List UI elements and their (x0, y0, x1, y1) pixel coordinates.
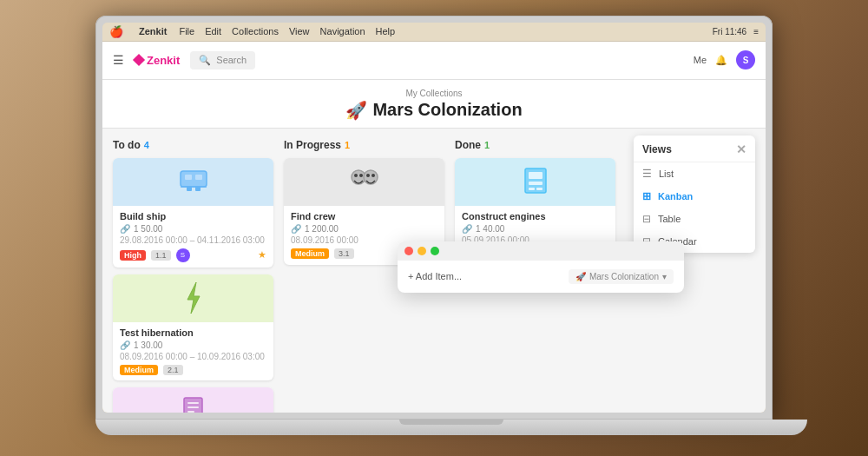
list-view-icon: ☰ (642, 168, 652, 180)
menubar-items: File Edit Collections View Navigation He… (179, 26, 395, 36)
column-count-todo: 4 (144, 140, 149, 150)
menubar-help[interactable]: Help (376, 26, 396, 36)
card-avatar-build-ship: S (176, 248, 190, 262)
star-icon-build-ship: ★ (258, 249, 266, 261)
menubar-clock: Fri 11:46 (713, 27, 746, 36)
badge-medium-test-hibernation: Medium (120, 365, 158, 375)
kanban-view-icon: ⊞ (642, 190, 651, 202)
menubar-view[interactable]: View (289, 26, 310, 36)
macos-menubar: 🍎 Zenkit File Edit Collections View Navi… (102, 23, 766, 42)
toolbar-right: Me 🔔 S (694, 50, 755, 69)
views-panel: Views ✕ ☰ List ⊞ Kanban ⊟ (634, 135, 755, 253)
views-panel-header: Views ✕ (634, 135, 755, 162)
notification-icon[interactable]: 🔔 (715, 55, 727, 66)
card-build-ship[interactable]: Build ship 🔗1 50.00 29.08.2016 00:00 – 0… (113, 158, 273, 268)
table-view-icon: ⊟ (642, 213, 651, 225)
card-footer-build-ship: High 1.1 S ★ (120, 248, 266, 262)
search-icon: 🔍 (199, 55, 211, 66)
menubar-app-name: Zenkit (139, 26, 167, 36)
svg-rect-1 (185, 175, 192, 180)
views-label-table: Table (658, 214, 681, 224)
views-item-table[interactable]: ⊟ Table (634, 208, 755, 230)
card-title-test-hibernation: Test hibernation (120, 327, 266, 338)
menubar-edit[interactable]: Edit (205, 26, 221, 36)
menubar-collections[interactable]: Collections (232, 26, 279, 36)
views-panel-close-button[interactable]: ✕ (736, 142, 746, 156)
svg-rect-10 (187, 411, 194, 413)
main-content: To do 4 (102, 129, 766, 413)
version-test-hibernation: 2.1 (163, 365, 183, 375)
column-title-done: Done (455, 139, 481, 151)
laptop-notch (399, 420, 503, 425)
column-title-todo: To do (113, 139, 141, 151)
svg-rect-19 (529, 182, 542, 185)
svg-point-14 (359, 174, 363, 177)
add-item-label: + Add Item... (408, 271, 462, 281)
svg-point-15 (366, 174, 370, 177)
svg-rect-21 (536, 188, 542, 190)
card-title-construct-engines: Construct engines (462, 211, 608, 221)
card-body-test-hibernation: Test hibernation 🔗1 30.00 08.09.2016 00:… (113, 322, 273, 380)
column-header-done: Done 1 (455, 139, 615, 151)
card-meta-build-ship: 🔗1 50.00 (120, 224, 266, 234)
card-meta-find-crew: 🔗1 200.00 (291, 224, 437, 234)
svg-rect-7 (184, 398, 202, 413)
svg-rect-2 (195, 175, 202, 180)
laptop-base (95, 420, 807, 435)
page-title: 🚀 Mars Colonization (102, 100, 766, 121)
column-header-todo: To do 4 (113, 139, 273, 151)
page-title-text: Mars Colonization (372, 100, 522, 120)
rocket-icon: 🚀 (345, 100, 367, 121)
card-title-find-crew: Find crew (291, 211, 437, 221)
window-close-button[interactable] (404, 247, 413, 255)
menubar-navigation[interactable]: Navigation (320, 26, 365, 36)
svg-rect-9 (187, 406, 199, 408)
search-bar[interactable]: 🔍 Search (190, 51, 255, 69)
card-date-test-hibernation: 08.09.2016 00:00 – 10.09.2016 03:00 (120, 352, 266, 361)
laptop: 🍎 Zenkit File Edit Collections View Navi… (95, 16, 773, 441)
views-item-kanban[interactable]: ⊞ Kanban (634, 185, 755, 208)
chevron-down-icon: ▾ (662, 272, 667, 281)
collection-rocket-icon: 🚀 (575, 272, 586, 281)
views-item-list[interactable]: ☰ List (634, 162, 755, 185)
badge-medium-find-crew: Medium (291, 248, 329, 259)
badge-high-build-ship: High (120, 250, 146, 261)
card-date-build-ship: 29.08.2016 00:00 – 04.11.2016 03:00 (120, 235, 266, 245)
apple-icon: 🍎 (109, 25, 123, 38)
floating-dialog: + Add Item... 🚀 Mars Colonization ▾ (398, 241, 684, 293)
me-label[interactable]: Me (694, 55, 707, 65)
views-label-kanban: Kanban (658, 191, 693, 202)
add-item-button[interactable]: + Add Item... (408, 271, 462, 281)
page-header: My Collections 🚀 Mars Colonization (102, 80, 766, 129)
card-image-crew (284, 158, 444, 206)
toolbar-logo: Zenkit (135, 54, 180, 67)
svg-marker-6 (187, 282, 200, 314)
avatar[interactable]: S (736, 50, 755, 69)
version-find-crew: 3.1 (334, 248, 354, 259)
svg-point-13 (354, 174, 358, 177)
card-image-flight-menu (113, 387, 273, 413)
logo-diamond-icon (133, 54, 145, 66)
card-test-hibernation[interactable]: Test hibernation 🔗1 30.00 08.09.2016 00:… (113, 274, 273, 380)
card-flight-menu[interactable]: Choose flight menu 🔗1 15.00 13.09.2016 0… (113, 387, 273, 413)
views-panel-title: Views (642, 143, 672, 155)
menubar-file[interactable]: File (179, 26, 194, 36)
svg-point-12 (364, 170, 378, 184)
window-maximize-button[interactable] (431, 247, 439, 255)
svg-point-16 (372, 174, 375, 177)
card-meta-construct-engines: 🔗1 40.00 (462, 224, 608, 234)
svg-rect-8 (187, 402, 199, 404)
version-build-ship: 1.1 (151, 250, 171, 261)
app-toolbar: ☰ Zenkit 🔍 Search Me 🔔 S (102, 42, 766, 80)
collection-badge: 🚀 Mars Colonization ▾ (569, 269, 674, 284)
hamburger-icon[interactable]: ☰ (113, 53, 124, 67)
card-image-engines (455, 158, 615, 206)
app-window: ☰ Zenkit 🔍 Search Me 🔔 S (102, 42, 766, 413)
svg-rect-20 (529, 188, 535, 190)
menubar-right: Fri 11:46 ≡ (713, 27, 759, 36)
collection-breadcrumb: My Collections (102, 89, 766, 98)
card-image-lightning (113, 274, 273, 322)
column-count-inprogress: 1 (345, 140, 350, 150)
search-placeholder: Search (216, 55, 247, 65)
window-minimize-button[interactable] (418, 247, 426, 255)
